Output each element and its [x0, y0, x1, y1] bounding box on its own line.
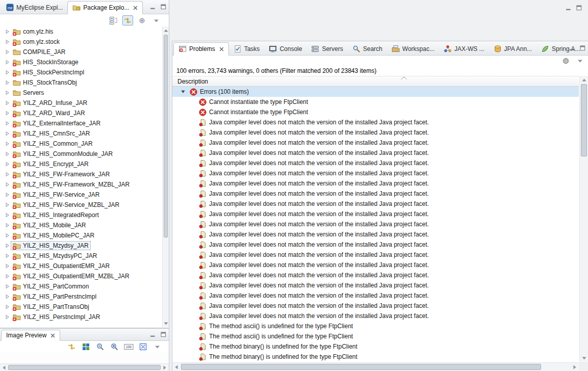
package-explorer-item[interactable]: YILZ_HIS_MzydsyPC_JAR — [0, 251, 162, 261]
chevron-right-icon[interactable] — [3, 232, 11, 240]
filter-icon[interactable] — [560, 56, 571, 66]
package-explorer-item[interactable]: YILZ_HIS_CmnSrc_JAR — [0, 128, 162, 139]
problem-row[interactable]: Java compiler level does not match the v… — [172, 311, 579, 321]
image-preview-hscrollbar[interactable] — [0, 363, 169, 371]
tab-search[interactable]: Search — [348, 42, 387, 55]
chevron-right-icon[interactable] — [3, 191, 11, 199]
scroll-right-icon[interactable] — [571, 363, 579, 371]
chevron-right-icon[interactable] — [3, 69, 11, 76]
chevron-right-icon[interactable] — [3, 89, 11, 97]
view-menu-icon[interactable] — [151, 15, 162, 25]
minimize-icon[interactable] — [149, 4, 156, 10]
problems-group-errors[interactable]: Errors (100 items) — [172, 87, 579, 97]
chevron-right-icon[interactable] — [3, 211, 11, 219]
fit-image-icon[interactable] — [138, 341, 148, 352]
view-menu-icon[interactable] — [575, 56, 585, 66]
problem-row[interactable]: Java compiler level does not match the v… — [172, 250, 579, 260]
problem-row[interactable]: Java compiler level does not match the v… — [172, 158, 579, 168]
minimize-icon[interactable] — [569, 45, 575, 51]
problem-row[interactable]: Java compiler level does not match the v… — [172, 290, 579, 301]
package-explorer-item[interactable]: YILZ_HIS_PartPerstncImpl — [0, 292, 162, 302]
chevron-right-icon[interactable] — [3, 48, 11, 56]
package-explorer-item[interactable]: YILZ_HIS_PartTransObj — [0, 302, 162, 312]
chevron-right-icon[interactable] — [3, 303, 11, 311]
scrollbar-thumb[interactable] — [8, 365, 161, 370]
package-explorer-item[interactable]: HIS_StockPerstncImpl — [0, 67, 162, 77]
problem-row[interactable]: Java compiler level does not match the v… — [172, 199, 579, 209]
problem-row[interactable]: Java compiler level does not match the v… — [172, 168, 579, 178]
package-explorer-item[interactable]: YILZ_ARD_Ward_JAR — [0, 108, 162, 118]
chevron-right-icon[interactable] — [3, 120, 11, 127]
scroll-up-icon[interactable] — [163, 26, 169, 34]
package-explorer-item[interactable]: YILZ_ExternalInterface_JAR — [0, 118, 162, 128]
scroll-left-icon[interactable] — [0, 364, 8, 371]
maximize-icon[interactable] — [160, 331, 166, 337]
package-explorer-item[interactable]: YILZ_HIS_Common_JAR — [0, 139, 162, 149]
package-explorer-item[interactable]: YILZ_HIS_PerstncImpl_JAR — [0, 312, 162, 322]
collapse-all-icon[interactable] — [108, 15, 119, 25]
maximize-icon[interactable] — [579, 45, 585, 51]
tab-console[interactable]: Console — [264, 42, 306, 55]
scroll-down-icon[interactable] — [580, 354, 588, 362]
package-explorer-item[interactable]: YILZ_HIS_CommonModule_JAR — [0, 149, 162, 159]
chevron-right-icon[interactable] — [3, 79, 11, 87]
package-explorer-item[interactable]: YILZ_HIS_Mzydsy_JAR — [0, 241, 162, 251]
chevron-right-icon[interactable] — [3, 201, 11, 209]
actual-size-icon[interactable]: 100 — [123, 341, 134, 352]
chevron-right-icon[interactable] — [3, 171, 11, 178]
problem-row[interactable]: Java compiler level does not match the v… — [172, 138, 579, 148]
problem-row[interactable]: Java compiler level does not match the v… — [172, 280, 579, 290]
package-explorer-item[interactable]: YILZ_HIS_IntegratedReport — [0, 210, 162, 220]
package-explorer-item[interactable]: YILZ_HIS_MobilePC_JAR — [0, 230, 162, 241]
problem-row[interactable]: Cannot instantiate the type FtpClient — [172, 97, 579, 107]
tab-workspac[interactable]: Workspac... — [387, 42, 439, 55]
problem-row[interactable]: The method ascii() is undefined for the … — [172, 331, 579, 341]
chevron-right-icon[interactable] — [3, 252, 11, 260]
scroll-right-icon[interactable] — [161, 364, 169, 371]
tab-servers[interactable]: Servers — [306, 42, 347, 55]
grid-icon[interactable] — [81, 341, 91, 352]
view-menu-icon[interactable] — [152, 341, 163, 352]
scrollbar-thumb[interactable] — [181, 364, 541, 370]
maximize-icon[interactable] — [160, 4, 166, 10]
package-explorer-item[interactable]: YILZ_HIS_Mobile_JAR — [0, 220, 162, 230]
chevron-right-icon[interactable] — [3, 99, 11, 107]
close-icon[interactable] — [133, 6, 138, 10]
chevron-expanded-icon[interactable] — [179, 88, 187, 96]
scrollbar-thumb[interactable] — [581, 84, 587, 156]
tab-problems[interactable]: Problems — [173, 42, 229, 56]
description-column-header[interactable]: Description — [172, 76, 579, 87]
package-explorer-item[interactable]: Servers — [0, 88, 162, 98]
scrollbar-thumb[interactable] — [164, 35, 168, 237]
package-explorer-item[interactable]: YILZ_HIS_Encrypt_JAR — [0, 159, 162, 169]
chevron-right-icon[interactable] — [3, 161, 11, 168]
problem-row[interactable]: Cannot instantiate the type FtpClient — [172, 107, 579, 117]
chevron-right-icon[interactable] — [3, 130, 11, 138]
scroll-up-icon[interactable] — [580, 76, 588, 84]
chevron-right-icon[interactable] — [3, 59, 11, 66]
focus-icon[interactable] — [137, 15, 147, 25]
chevron-right-icon[interactable] — [3, 140, 11, 148]
minimize-icon[interactable] — [565, 5, 571, 11]
problem-row[interactable]: Java compiler level does not match the v… — [172, 240, 579, 250]
tab-image-preview[interactable]: Image Preview — [1, 330, 60, 341]
tab-jax-ws[interactable]: JAX-WS ... — [439, 42, 489, 55]
problem-row[interactable]: Java compiler level does not match the v… — [172, 148, 579, 158]
package-explorer-item[interactable]: HIS_StockTransObj — [0, 77, 162, 88]
tab-jpa-ann[interactable]: JPA Ann... — [489, 42, 536, 55]
chevron-right-icon[interactable] — [3, 110, 11, 117]
problem-row[interactable]: Java compiler level does not match the v… — [172, 209, 579, 219]
problem-row[interactable]: Java compiler level does not match the v… — [172, 189, 579, 199]
package-explorer-item[interactable]: COMPILE_JAR — [0, 47, 162, 57]
maximize-icon[interactable] — [576, 5, 582, 11]
link-with-editor-icon[interactable] — [122, 15, 133, 25]
package-explorer-item[interactable]: YILZ_HIS_FW-Framework_JAR — [0, 169, 162, 179]
chevron-right-icon[interactable] — [3, 181, 11, 189]
package-explorer-item[interactable]: com.ylz.stock — [0, 37, 162, 47]
package-explorer-item[interactable]: YILZ_HIS_FW-Service_MZBL_JAR — [0, 200, 162, 210]
scroll-left-icon[interactable] — [172, 363, 181, 371]
problem-row[interactable]: Java compiler level does not match the v… — [172, 127, 579, 138]
problem-row[interactable]: Java compiler level does not match the v… — [172, 270, 579, 280]
problem-row[interactable]: The method binary() is undefined for the… — [172, 341, 579, 352]
package-explorer-item[interactable]: YILZ_HIS_FW-Framework_MZBL_JAR — [0, 179, 162, 190]
